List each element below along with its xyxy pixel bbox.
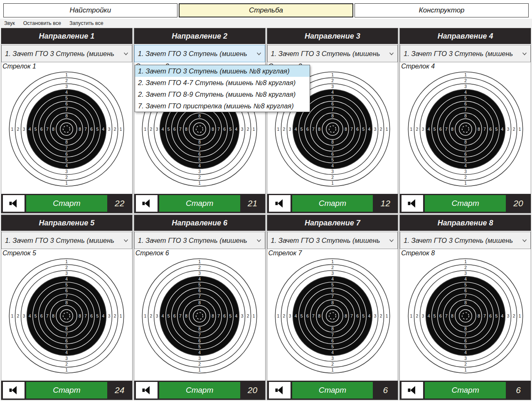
svg-text:6: 6 xyxy=(223,127,226,132)
svg-text:3: 3 xyxy=(331,356,334,361)
svg-text:1: 1 xyxy=(253,314,255,318)
speaker-button[interactable] xyxy=(401,382,423,399)
svg-text:2: 2 xyxy=(331,175,334,180)
speaker-button[interactable] xyxy=(269,195,291,212)
svg-text:1: 1 xyxy=(66,259,68,264)
chevron-down-icon xyxy=(522,239,527,242)
svg-text:2: 2 xyxy=(464,175,467,180)
chevron-down-icon xyxy=(389,52,394,56)
svg-text:4: 4 xyxy=(66,277,68,281)
lane-bottom-bar: Старт 21 xyxy=(134,194,265,213)
svg-text:8: 8 xyxy=(451,314,453,318)
svg-text:5: 5 xyxy=(229,314,232,318)
svg-text:8: 8 xyxy=(212,127,214,132)
exercise-select[interactable]: 1. Зачет ГТО 3 Ступень (мишень xyxy=(267,232,398,249)
svg-text:1: 1 xyxy=(464,181,467,186)
tab-settings[interactable]: Найстройки xyxy=(3,3,177,17)
svg-text:8: 8 xyxy=(345,127,347,132)
speaker-icon xyxy=(406,384,419,396)
dropdown-option[interactable]: 7. Зачет ГТО пристрелка (мишень №8 кругл… xyxy=(135,100,310,112)
menu-item-sound[interactable]: Звук xyxy=(4,20,15,26)
lane-content: Стрелок 5 111122223333444455556666777788… xyxy=(1,249,132,381)
svg-text:3: 3 xyxy=(198,169,201,174)
speaker-button[interactable] xyxy=(269,382,291,399)
start-button[interactable]: Старт xyxy=(159,382,240,399)
dropdown-option[interactable]: 2. Зачет ГТО 4-7 Ступень (мишень №8 круг… xyxy=(135,77,310,88)
exercise-select[interactable]: 1. Зачет ГТО 3 Ступень (мишень xyxy=(1,45,132,62)
speaker-button[interactable] xyxy=(136,195,158,212)
svg-text:1: 1 xyxy=(518,314,521,318)
start-button[interactable]: Старт xyxy=(26,195,107,212)
svg-text:2: 2 xyxy=(247,314,249,318)
svg-text:2: 2 xyxy=(331,265,334,270)
start-button[interactable]: Старт xyxy=(425,382,506,399)
svg-text:8: 8 xyxy=(464,327,467,331)
svg-text:8: 8 xyxy=(318,314,320,318)
svg-text:4: 4 xyxy=(427,127,430,132)
menu-item-start-all[interactable]: Запустить все xyxy=(69,20,103,26)
svg-text:7: 7 xyxy=(483,127,486,132)
start-button[interactable]: Старт xyxy=(425,195,506,212)
shot-count: 6 xyxy=(507,385,529,395)
start-button[interactable]: Старт xyxy=(292,382,373,399)
chevron-down-icon xyxy=(522,52,527,56)
exercise-select[interactable]: 1. Зачет ГТО 3 Ступень (мишень xyxy=(134,45,265,62)
lane-title: Направление 3 xyxy=(267,28,398,44)
tab-shooting[interactable]: Стрельба xyxy=(179,3,354,17)
exercise-select[interactable]: 1. Зачет ГТО 3 Ступень (мишень xyxy=(267,45,398,62)
speaker-button[interactable] xyxy=(3,382,25,399)
svg-text:8: 8 xyxy=(79,127,81,132)
svg-text:8: 8 xyxy=(318,127,320,132)
svg-text:8: 8 xyxy=(478,314,480,318)
speaker-icon xyxy=(7,384,20,396)
svg-text:4: 4 xyxy=(198,277,201,281)
window-titlebar-remnant xyxy=(0,0,532,2)
svg-text:8: 8 xyxy=(451,127,453,132)
lane-bottom-bar: Старт 20 xyxy=(134,381,265,400)
svg-text:3: 3 xyxy=(66,169,68,174)
speaker-button[interactable] xyxy=(3,195,25,212)
start-button[interactable]: Старт xyxy=(159,195,240,212)
svg-text:5: 5 xyxy=(464,345,467,349)
svg-text:7: 7 xyxy=(350,314,353,318)
dropdown-option[interactable]: 1. Зачет ГТО 3 Ступень (мишень №8 кругла… xyxy=(135,65,310,77)
target-rings-svg: 11112222333344445555666677778888 xyxy=(8,257,125,374)
start-button[interactable]: Старт xyxy=(26,382,107,399)
exercise-select[interactable]: 1. Зачет ГТО 3 Ступень (мишень xyxy=(400,45,531,62)
speaker-icon xyxy=(273,384,286,396)
exercise-select[interactable]: 1. Зачет ГТО 3 Ступень (мишень xyxy=(400,232,531,249)
svg-text:7: 7 xyxy=(66,294,68,299)
speaker-button[interactable] xyxy=(401,195,423,212)
speaker-button[interactable] xyxy=(136,382,158,399)
svg-text:4: 4 xyxy=(235,127,238,132)
chevron-down-icon xyxy=(123,239,128,242)
tab-constructor[interactable]: Конструктор xyxy=(355,3,529,17)
svg-text:4: 4 xyxy=(464,90,467,95)
start-button[interactable]: Старт xyxy=(292,195,373,212)
svg-text:3: 3 xyxy=(374,127,377,132)
svg-text:6: 6 xyxy=(464,339,467,343)
shot-count: 24 xyxy=(109,385,131,395)
dropdown-option[interactable]: 2. Зачет ГТО 8-9 Ступень (мишень №8 круг… xyxy=(135,88,310,100)
svg-text:2: 2 xyxy=(283,314,285,318)
svg-text:8: 8 xyxy=(66,301,68,305)
lane-content: Стрелок 8 111122223333444455556666777788… xyxy=(400,249,531,381)
svg-text:5: 5 xyxy=(198,158,201,162)
exercise-select-value: 1. Зачет ГТО 3 Ступень (мишень xyxy=(138,50,255,58)
svg-text:4: 4 xyxy=(464,164,467,168)
svg-text:8: 8 xyxy=(331,327,334,331)
lane-bottom-bar: Старт 22 xyxy=(1,194,132,213)
speaker-icon xyxy=(140,198,153,209)
shot-count: 20 xyxy=(242,385,264,395)
svg-text:8: 8 xyxy=(52,127,55,132)
exercise-select[interactable]: 1. Зачет ГТО 3 Ступень (мишень xyxy=(1,232,132,249)
svg-text:8: 8 xyxy=(185,127,187,132)
svg-text:5: 5 xyxy=(167,127,170,132)
exercise-dropdown-list: 1. Зачет ГТО 3 Ступень (мишень №8 кругла… xyxy=(135,65,310,112)
svg-text:3: 3 xyxy=(108,127,111,132)
svg-text:3: 3 xyxy=(66,84,68,89)
menu-item-stop-all[interactable]: Остановить все xyxy=(23,20,61,26)
svg-text:4: 4 xyxy=(198,350,201,355)
svg-text:2: 2 xyxy=(464,78,467,83)
exercise-select[interactable]: 1. Зачет ГТО 3 Ступень (мишень xyxy=(134,232,265,249)
